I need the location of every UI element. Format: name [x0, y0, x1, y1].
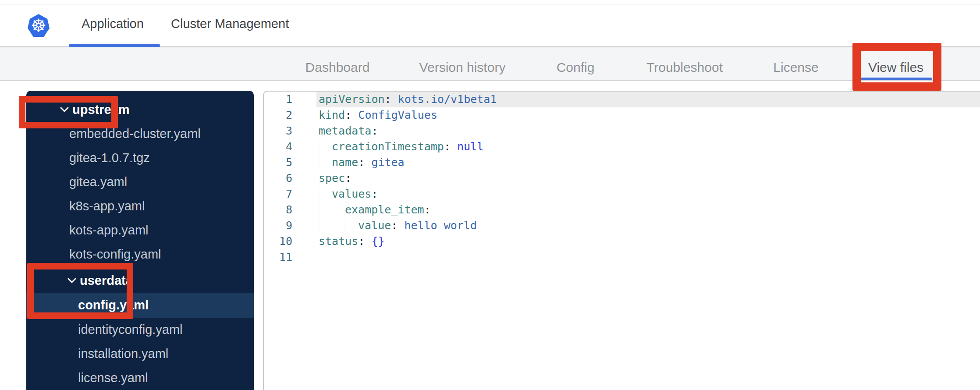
active-tab-underline	[69, 44, 160, 47]
subnav-item-license[interactable]: License	[773, 60, 818, 75]
yaml-key: spec	[319, 172, 345, 184]
file-row-config-yaml-selected[interactable]: config.yaml	[26, 293, 254, 318]
yaml-key: apiVersion	[319, 93, 385, 106]
line-number: 11	[264, 249, 316, 265]
line-number: 3	[264, 123, 316, 139]
subnav-item-config[interactable]: Config	[557, 60, 595, 75]
tab-cluster-management[interactable]: Cluster Management	[171, 17, 289, 31]
app-subnav: Dashboard Version history Config Trouble…	[0, 47, 980, 81]
kubernetes-logo-icon: ☸	[28, 14, 50, 37]
folder-label: userdata	[80, 273, 133, 288]
file-row-kots-app-yaml[interactable]: kots-app.yaml	[26, 218, 254, 242]
file-row-gitea-1-0-7-tgz[interactable]: gitea-1.0.7.tgz	[26, 146, 254, 170]
indent-guide	[332, 202, 345, 218]
code-line: 5 name: gitea	[264, 155, 980, 170]
file-label: identityconfig.yaml	[78, 323, 183, 337]
file-label: license.yaml	[78, 371, 148, 385]
yaml-separator: :	[345, 172, 352, 184]
code-line: 8 example_item:	[264, 202, 980, 218]
folder-row-userdata[interactable]: userdata	[26, 268, 254, 293]
file-label: k8s-app.yaml	[69, 199, 145, 213]
line-number: 5	[264, 155, 316, 170]
top-nav: ☸ Application Cluster Management	[0, 0, 980, 47]
line-number: 1	[264, 92, 316, 107]
file-tree-sidebar: upstream embedded-cluster.yaml gitea-1.0…	[26, 91, 254, 390]
indent-guide	[319, 155, 332, 170]
file-label: gitea-1.0.7.tgz	[69, 151, 150, 165]
chevron-down-icon	[60, 107, 69, 113]
folder-row-upstream[interactable]: upstream	[26, 97, 254, 122]
file-row-kots-config-yaml[interactable]: kots-config.yaml	[26, 242, 254, 266]
indent-guide	[319, 202, 332, 218]
file-row-identityconfig-yaml[interactable]: identityconfig.yaml	[26, 318, 254, 342]
code-line: 2 kind: ConfigValues	[264, 107, 980, 123]
yaml-separator: :	[424, 203, 431, 216]
line-number: 2	[264, 107, 316, 123]
file-row-k8s-app-yaml[interactable]: k8s-app.yaml	[26, 194, 254, 218]
yaml-separator: :	[385, 93, 398, 106]
code-editor[interactable]: 1 apiVersion: kots.io/v1beta1 2 kind: Co…	[263, 91, 980, 390]
tab-application[interactable]: Application	[82, 17, 144, 31]
code-line: 11	[264, 249, 980, 265]
yaml-value: hello world	[404, 219, 477, 232]
line-number: 10	[264, 234, 316, 249]
window-top-divider	[0, 4, 980, 4]
code-line: 3 metadata:	[264, 123, 980, 139]
code-line: 6 spec:	[264, 170, 980, 186]
yaml-separator: :	[345, 109, 358, 121]
code-line: 10 status: {}	[264, 234, 980, 249]
file-row-installation-yaml[interactable]: installation.yaml	[26, 342, 254, 366]
yaml-value: {}	[371, 235, 384, 248]
yaml-separator: :	[444, 140, 457, 153]
subnav-item-troubleshoot[interactable]: Troubleshoot	[646, 60, 723, 75]
active-line: apiVersion: kots.io/v1beta1	[316, 92, 980, 107]
line-number: 9	[264, 218, 316, 234]
line-number: 8	[264, 202, 316, 218]
line-number: 7	[264, 186, 316, 202]
line-number: 6	[264, 170, 316, 186]
yaml-key: name	[332, 156, 358, 169]
chevron-down-icon	[67, 278, 76, 284]
indent-guide	[345, 218, 358, 234]
yaml-key: values	[332, 188, 371, 200]
yaml-separator: :	[371, 188, 378, 200]
subnav-item-view-files[interactable]: View files	[868, 60, 923, 75]
yaml-value: gitea	[371, 156, 404, 169]
subnav-item-dashboard[interactable]: Dashboard	[305, 60, 370, 75]
file-label: gitea.yaml	[69, 175, 127, 189]
yaml-key: example_item	[345, 203, 424, 216]
yaml-separator: :	[358, 235, 371, 248]
line-number: 4	[264, 139, 316, 155]
file-label: installation.yaml	[78, 347, 168, 361]
active-subnav-underline	[861, 78, 932, 80]
folder-label: upstream	[72, 103, 130, 117]
yaml-key: status	[319, 235, 358, 248]
file-row-gitea-yaml[interactable]: gitea.yaml	[26, 170, 254, 194]
code-line: 4 creationTimestamp: null	[264, 139, 980, 155]
yaml-separator: :	[371, 124, 378, 137]
indent-guide	[319, 139, 332, 155]
file-row-license-yaml[interactable]: license.yaml	[26, 366, 254, 390]
code-line: 1 apiVersion: kots.io/v1beta1	[264, 92, 980, 107]
subnav-item-version-history[interactable]: Version history	[419, 60, 506, 75]
indent-guide	[319, 218, 332, 234]
file-label: embedded-cluster.yaml	[69, 127, 201, 141]
yaml-value: ConfigValues	[358, 109, 437, 121]
file-row-embedded-cluster-yaml[interactable]: embedded-cluster.yaml	[26, 122, 254, 146]
yaml-value: null	[457, 140, 483, 153]
code-line: 7 values:	[264, 186, 980, 202]
code-line: 9 value: hello world	[264, 218, 980, 234]
file-label: kots-config.yaml	[69, 247, 161, 262]
indent-guide	[332, 218, 345, 234]
yaml-value: kots.io/v1beta1	[398, 93, 497, 106]
yaml-separator: :	[391, 219, 404, 232]
helm-wheel-glyph: ☸	[31, 17, 46, 34]
yaml-key: metadata	[319, 124, 371, 137]
yaml-separator: :	[358, 156, 371, 169]
yaml-key: value	[358, 219, 391, 232]
yaml-key: creationTimestamp	[332, 140, 444, 153]
yaml-key: kind	[319, 109, 345, 121]
file-label: kots-app.yaml	[69, 223, 149, 238]
indent-guide	[319, 186, 332, 202]
file-label: config.yaml	[78, 298, 149, 312]
